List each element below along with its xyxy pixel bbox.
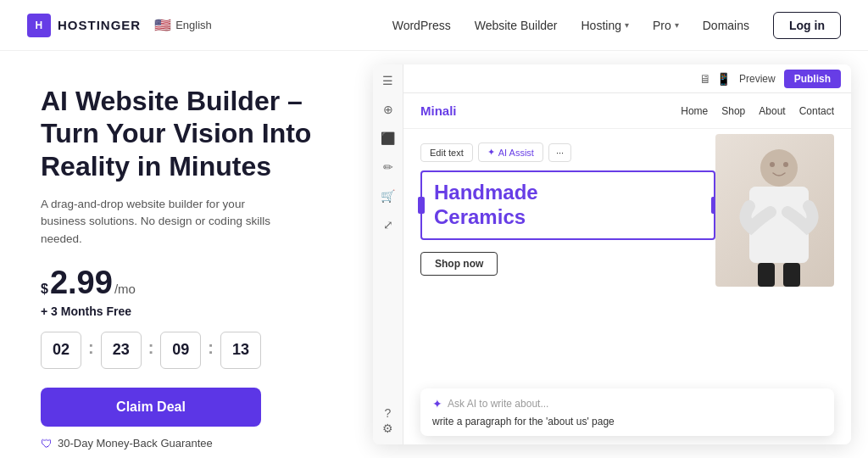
person-silhouette [732,142,826,287]
sep-1: : [88,338,94,358]
cart-icon[interactable]: 🛒 [381,188,396,204]
countdown-hours: 02 [41,332,81,369]
preview-button[interactable]: Preview [739,73,776,85]
hosting-arrow-icon: ▾ [625,20,629,30]
main-nav: WordPress Website Builder Hosting ▾ Pro … [392,12,841,39]
free-months-label: + 3 Months Free [41,304,337,318]
nav-wordpress[interactable]: WordPress [392,19,451,32]
heading-edit-box[interactable]: Handmade Ceramics [420,170,715,240]
website-canvas: Minali Home Shop About Contact [403,93,851,444]
ai-spark-icon: ✦ [432,397,442,411]
builder-canvas-area: 🖥 📱 Preview Publish Minali Home Shop [403,64,851,444]
hero-title: AI Website Builder – Turn Your Vision In… [41,85,337,182]
svg-rect-3 [758,263,775,287]
lang-label: English [175,19,212,31]
ai-typed-text: write a paragraph for the 'about us' pag… [432,416,822,427]
nav-domains[interactable]: Domains [703,19,749,32]
website-nav-links: Home Shop About Contact [681,105,834,117]
price-period: /mo [114,282,136,296]
money-back-row: 🛡 30-Day Money-Back Guarantee [41,437,337,450]
add-element-icon[interactable]: ⊕ [381,102,396,117]
language-selector[interactable]: 🇺🇸 English [154,17,212,33]
money-back-label: 30-Day Money-Back Guarantee [58,437,213,450]
ai-placeholder: Ask AI to write about... [448,398,548,410]
settings-icon[interactable]: ⚙ [381,421,396,436]
hours-box: 02 [41,332,81,369]
layers-icon[interactable]: ⬛ [381,131,396,146]
website-hero-section: Edit text ✦ AI Assist ··· [403,129,851,300]
price-main: 2.99 [50,265,113,301]
svg-rect-4 [783,263,800,287]
price-dollar: $ [41,282,48,297]
shop-now-button[interactable]: Shop now [420,252,498,276]
resize-handle-left[interactable] [418,197,425,214]
hero-subtitle: A drag-and-drop website builder for your… [41,196,278,248]
login-button[interactable]: Log in [773,12,841,39]
website-nav-bar: Minali Home Shop About Contact [403,93,851,129]
hero-product-image [715,134,834,287]
edit-icon[interactable]: ✏ [381,159,396,175]
pro-arrow-icon: ▾ [675,20,679,30]
website-nav-shop[interactable]: Shop [721,105,745,117]
help-icon[interactable]: ? [381,405,396,421]
flag-icon: 🇺🇸 [154,17,171,33]
header: H HOSTINGER 🇺🇸 English WordPress Website… [0,0,868,51]
svg-point-5 [770,162,775,167]
hero-left-panel: AI Website Builder – Turn Your Vision In… [0,51,364,458]
ai-ask-row: ✦ Ask AI to write about... [432,397,822,411]
ai-spark-icon: ✦ [487,147,495,158]
header-left: H HOSTINGER 🇺🇸 English [27,14,212,37]
website-hero-content: Edit text ✦ AI Assist ··· [420,142,715,287]
sep-2: : [148,338,154,358]
publish-button[interactable]: Publish [784,70,841,88]
logo-text: HOSTINGER [58,18,141,32]
shield-icon: 🛡 [41,437,53,450]
website-nav-about[interactable]: About [759,105,785,117]
countdown-seconds: 09 [160,332,201,369]
countdown-ms: 13 [220,332,261,369]
logo-icon: H [27,14,51,37]
edit-toolbar: Edit text ✦ AI Assist ··· [420,142,715,162]
nav-hosting[interactable]: Hosting ▾ [581,19,628,32]
ai-write-panel[interactable]: ✦ Ask AI to write about... write a parag… [420,388,834,436]
builder-sidebar: ☰ ⊕ ⬛ ✏ 🛒 ⤢ ? ⚙ [373,64,403,444]
price-row: $ 2.99 /mo [41,265,337,301]
svg-point-6 [783,162,788,167]
hamburger-icon[interactable]: ☰ [381,73,396,88]
minutes-box: 23 [101,332,142,369]
logo[interactable]: H HOSTINGER [27,14,141,37]
website-nav-home[interactable]: Home [681,105,708,117]
svg-point-0 [760,149,798,187]
countdown-minutes: 23 [101,332,142,369]
builder-right-panel: ☰ ⊕ ⬛ ✏ 🛒 ⤢ ? ⚙ 🖥 📱 Pr [364,51,868,458]
mobile-icon[interactable]: 📱 [716,72,731,86]
device-icons: 🖥 📱 [699,72,731,86]
nav-website-builder[interactable]: Website Builder [475,19,558,32]
edit-text-button[interactable]: Edit text [420,143,473,162]
website-nav-contact[interactable]: Contact [799,105,834,117]
sep-3: : [208,338,214,358]
main-content: AI Website Builder – Turn Your Vision In… [0,51,868,458]
ai-assist-button[interactable]: ✦ AI Assist [478,142,543,162]
claim-deal-button[interactable]: Claim Deal [41,388,261,427]
countdown-timer: 02 : 23 : 09 : 13 [41,332,337,369]
desktop-icon[interactable]: 🖥 [699,72,711,86]
more-options-button[interactable]: ··· [548,143,571,162]
move-icon[interactable]: ⤢ [381,217,396,232]
ms-box: 13 [220,332,261,369]
nav-pro[interactable]: Pro ▾ [653,19,679,32]
builder-topbar: 🖥 📱 Preview Publish [403,64,851,93]
website-brand-logo: Minali [420,103,457,118]
builder-preview-frame: ☰ ⊕ ⬛ ✏ 🛒 ⤢ ? ⚙ 🖥 📱 Pr [373,64,851,444]
website-heading: Handmade Ceramics [434,181,702,230]
seconds-box: 09 [160,332,201,369]
